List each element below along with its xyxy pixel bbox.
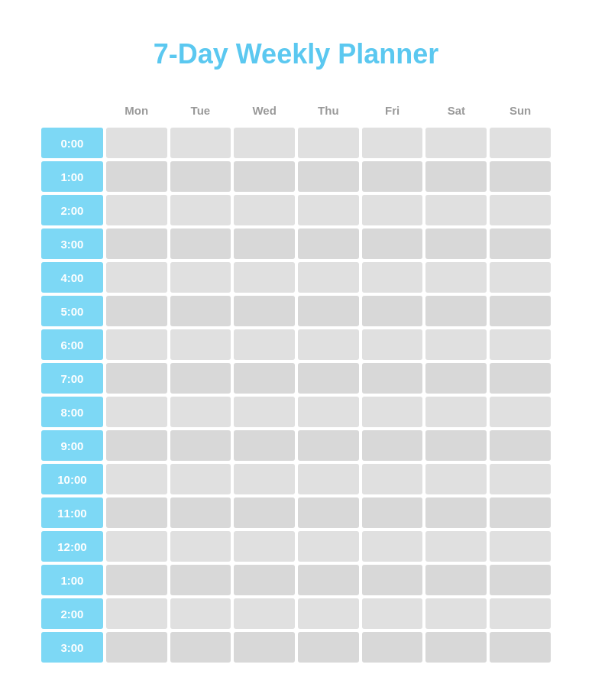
slot-cell[interactable]	[425, 262, 487, 293]
slot-cell[interactable]	[170, 228, 231, 259]
slot-cell[interactable]	[490, 195, 551, 225]
slot-cell[interactable]	[362, 296, 423, 326]
slot-cell[interactable]	[106, 464, 167, 494]
slot-cell[interactable]	[234, 632, 295, 663]
slot-cell[interactable]	[490, 598, 551, 629]
slot-cell[interactable]	[490, 262, 551, 293]
slot-cell[interactable]	[362, 598, 423, 629]
slot-cell[interactable]	[425, 464, 487, 494]
slot-cell[interactable]	[170, 430, 231, 461]
slot-cell[interactable]	[362, 464, 423, 494]
slot-cell[interactable]	[362, 363, 423, 394]
slot-cell[interactable]	[234, 565, 295, 595]
slot-cell[interactable]	[425, 363, 487, 394]
slot-cell[interactable]	[170, 161, 231, 192]
slot-cell[interactable]	[298, 195, 359, 225]
slot-cell[interactable]	[362, 128, 423, 158]
slot-cell[interactable]	[362, 329, 423, 360]
slot-cell[interactable]	[490, 464, 551, 494]
slot-cell[interactable]	[298, 632, 359, 663]
slot-cell[interactable]	[490, 565, 551, 595]
slot-cell[interactable]	[362, 228, 423, 259]
slot-cell[interactable]	[362, 430, 423, 461]
slot-cell[interactable]	[234, 464, 295, 494]
slot-cell[interactable]	[106, 497, 167, 528]
slot-cell[interactable]	[298, 598, 359, 629]
slot-cell[interactable]	[425, 296, 487, 326]
slot-cell[interactable]	[170, 329, 231, 360]
slot-cell[interactable]	[490, 228, 551, 259]
slot-cell[interactable]	[490, 161, 551, 192]
slot-cell[interactable]	[234, 397, 295, 427]
slot-cell[interactable]	[425, 128, 487, 158]
slot-cell[interactable]	[106, 430, 167, 461]
slot-cell[interactable]	[298, 497, 359, 528]
slot-cell[interactable]	[234, 296, 295, 326]
slot-cell[interactable]	[106, 161, 167, 192]
slot-cell[interactable]	[170, 497, 231, 528]
slot-cell[interactable]	[170, 397, 231, 427]
slot-cell[interactable]	[362, 565, 423, 595]
slot-cell[interactable]	[234, 497, 295, 528]
slot-cell[interactable]	[298, 565, 359, 595]
slot-cell[interactable]	[298, 531, 359, 562]
slot-cell[interactable]	[298, 161, 359, 192]
slot-cell[interactable]	[425, 531, 487, 562]
slot-cell[interactable]	[362, 262, 423, 293]
slot-cell[interactable]	[106, 632, 167, 663]
slot-cell[interactable]	[362, 397, 423, 427]
slot-cell[interactable]	[425, 329, 487, 360]
slot-cell[interactable]	[106, 363, 167, 394]
slot-cell[interactable]	[362, 497, 423, 528]
slot-cell[interactable]	[106, 565, 167, 595]
slot-cell[interactable]	[170, 195, 231, 225]
slot-cell[interactable]	[425, 565, 487, 595]
slot-cell[interactable]	[425, 195, 487, 225]
slot-cell[interactable]	[106, 262, 167, 293]
slot-cell[interactable]	[490, 296, 551, 326]
slot-cell[interactable]	[425, 598, 487, 629]
slot-cell[interactable]	[298, 430, 359, 461]
slot-cell[interactable]	[106, 195, 167, 225]
slot-cell[interactable]	[170, 296, 231, 326]
slot-cell[interactable]	[362, 195, 423, 225]
slot-cell[interactable]	[170, 363, 231, 394]
slot-cell[interactable]	[234, 430, 295, 461]
slot-cell[interactable]	[106, 228, 167, 259]
slot-cell[interactable]	[425, 632, 487, 663]
slot-cell[interactable]	[490, 363, 551, 394]
slot-cell[interactable]	[234, 598, 295, 629]
slot-cell[interactable]	[298, 296, 359, 326]
slot-cell[interactable]	[106, 531, 167, 562]
slot-cell[interactable]	[170, 565, 231, 595]
slot-cell[interactable]	[362, 632, 423, 663]
slot-cell[interactable]	[234, 262, 295, 293]
slot-cell[interactable]	[298, 464, 359, 494]
slot-cell[interactable]	[234, 363, 295, 394]
slot-cell[interactable]	[234, 329, 295, 360]
slot-cell[interactable]	[490, 128, 551, 158]
slot-cell[interactable]	[234, 228, 295, 259]
slot-cell[interactable]	[298, 262, 359, 293]
slot-cell[interactable]	[234, 161, 295, 192]
slot-cell[interactable]	[298, 128, 359, 158]
slot-cell[interactable]	[106, 329, 167, 360]
slot-cell[interactable]	[298, 228, 359, 259]
slot-cell[interactable]	[425, 228, 487, 259]
slot-cell[interactable]	[234, 531, 295, 562]
slot-cell[interactable]	[170, 262, 231, 293]
slot-cell[interactable]	[170, 632, 231, 663]
slot-cell[interactable]	[362, 161, 423, 192]
slot-cell[interactable]	[490, 497, 551, 528]
slot-cell[interactable]	[106, 397, 167, 427]
slot-cell[interactable]	[425, 497, 487, 528]
slot-cell[interactable]	[298, 329, 359, 360]
slot-cell[interactable]	[425, 430, 487, 461]
slot-cell[interactable]	[170, 598, 231, 629]
slot-cell[interactable]	[490, 430, 551, 461]
slot-cell[interactable]	[170, 128, 231, 158]
slot-cell[interactable]	[106, 128, 167, 158]
slot-cell[interactable]	[106, 598, 167, 629]
slot-cell[interactable]	[490, 397, 551, 427]
slot-cell[interactable]	[490, 632, 551, 663]
